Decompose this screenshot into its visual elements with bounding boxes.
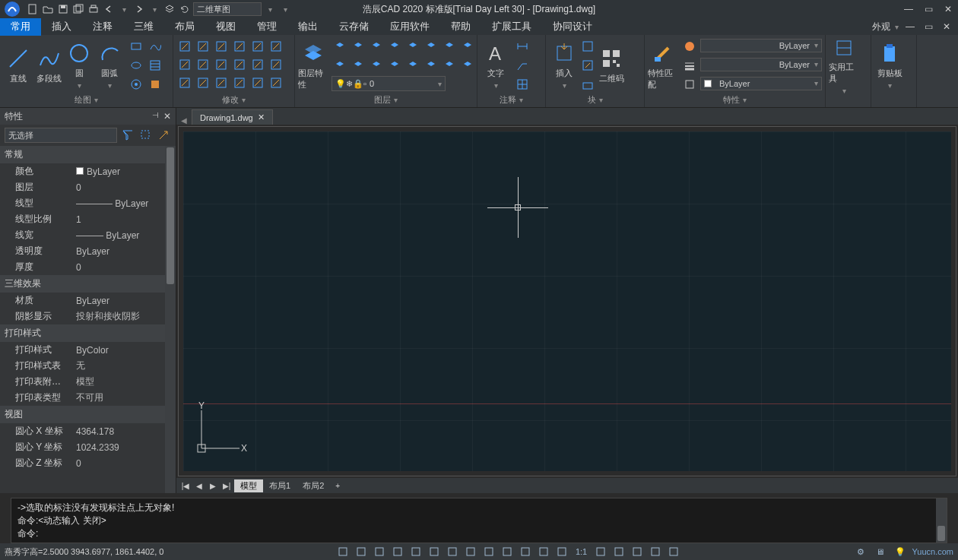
insert-button[interactable]: 插入▾ (549, 38, 579, 93)
status-polar-icon[interactable] (390, 545, 405, 558)
status-anno-icon[interactable]: 1:1 (573, 545, 590, 558)
doc-restore-button[interactable]: ▭ (922, 20, 935, 33)
layer-properties-button[interactable]: 图层特性 (298, 38, 328, 93)
layer-tool-layer-row1-6[interactable] (441, 38, 458, 55)
status-grid-icon[interactable] (335, 545, 351, 558)
layer-tool-layer-row1-4[interactable] (404, 38, 421, 55)
props-row[interactable]: 圆心 Y 坐标1024.2339 (0, 439, 176, 455)
undo-dropdown-icon[interactable]: ▾ (117, 2, 131, 16)
scale-icon[interactable] (249, 38, 266, 55)
workspace-input[interactable] (193, 2, 262, 16)
props-row[interactable]: 阴影显示投射和接收阴影 (0, 308, 176, 324)
explode-icon[interactable] (195, 74, 211, 91)
join-icon[interactable] (213, 74, 230, 91)
status-qp-icon[interactable] (518, 545, 533, 558)
status-osnap-icon[interactable] (408, 545, 423, 558)
status-a2-icon[interactable] (611, 545, 627, 558)
select-icon[interactable] (138, 127, 154, 144)
props-row[interactable]: 打印样式表无 (0, 358, 176, 374)
trim-icon[interactable] (176, 56, 193, 73)
bulb-icon[interactable]: 💡 (893, 545, 908, 558)
layout-add-icon[interactable]: + (331, 479, 344, 492)
layout-tab-1[interactable]: 布局1 (263, 479, 297, 492)
props-category[interactable]: 三维效果▴ (0, 275, 176, 293)
status-tran-icon[interactable] (500, 545, 515, 558)
props-category[interactable]: 常规▴ (0, 146, 176, 163)
menu-tab-8[interactable]: 云存储 (328, 17, 379, 36)
menu-tab-7[interactable]: 输出 (287, 17, 328, 36)
qrcode-button[interactable]: 二维码 (596, 38, 627, 93)
layout-next-icon[interactable]: ▶ (207, 479, 219, 492)
layout-first-icon[interactable]: |◀ (179, 479, 192, 492)
tab-prev-icon[interactable]: ◀ (181, 116, 187, 125)
layer-tool-layer-row2-0[interactable] (331, 57, 348, 74)
leader-icon[interactable] (514, 57, 531, 74)
layer-tool-layer-row2-3[interactable] (386, 57, 403, 74)
quickselect-icon[interactable] (120, 127, 135, 144)
arc-button[interactable]: 圆弧▾ (94, 38, 125, 93)
ellipse-icon[interactable] (128, 57, 144, 74)
status-ducs-icon[interactable] (445, 545, 460, 558)
layout-tab-2[interactable]: 布局2 (297, 479, 330, 492)
props-row[interactable]: 材质ByLayer (0, 293, 176, 308)
drawing-canvas[interactable]: X Y (178, 126, 956, 476)
menu-tab-3[interactable]: 三维 (123, 17, 164, 36)
create-block-icon[interactable] (579, 38, 596, 55)
table-icon[interactable] (514, 76, 531, 93)
status-a4-icon[interactable] (648, 545, 663, 558)
pin-icon[interactable]: ⊣ (152, 111, 159, 122)
props-row[interactable]: 圆心 Z 坐标0 (0, 455, 176, 471)
edit-block-icon[interactable] (579, 57, 596, 74)
attr-icon[interactable] (579, 76, 596, 93)
props-row[interactable]: 圆心 X 坐标4364.178 (0, 423, 176, 439)
match-props-button[interactable]: 特性匹配 (648, 38, 678, 93)
status-a5-icon[interactable] (666, 545, 681, 558)
utils-button[interactable]: 实用工具▾ (829, 38, 859, 93)
props-row[interactable]: 图层0 (0, 179, 176, 195)
menu-tab-5[interactable]: 视图 (205, 17, 246, 36)
menu-tab-2[interactable]: 注释 (82, 17, 123, 36)
status-lwt-icon[interactable] (481, 545, 496, 558)
copy-icon[interactable] (195, 38, 211, 55)
rotate-icon[interactable] (213, 38, 230, 55)
menu-tab-11[interactable]: 扩展工具 (481, 17, 542, 36)
chamfer-icon[interactable] (231, 56, 248, 73)
new-icon[interactable] (26, 2, 40, 16)
region-icon[interactable] (147, 76, 163, 93)
layer-combo[interactable]: 💡❄🔒▫ 0▾ (331, 76, 446, 91)
props-category[interactable]: 打印样式▴ (0, 324, 176, 342)
props-scrollbar[interactable] (165, 146, 176, 493)
props-row[interactable]: 线宽——— ByLayer (0, 227, 176, 243)
layer-tool-layer-row1-1[interactable] (350, 38, 366, 55)
layout-prev-icon[interactable]: ◀ (193, 479, 205, 492)
redo-dropdown-icon[interactable]: ▾ (148, 2, 161, 16)
print-icon[interactable] (87, 2, 100, 16)
selection-combo[interactable] (5, 128, 117, 143)
refresh-icon[interactable] (178, 2, 192, 16)
props-row[interactable]: 打印表附…模型 (0, 374, 176, 390)
status-ortho-icon[interactable] (372, 545, 387, 558)
qat-more-icon[interactable]: ▾ (278, 2, 292, 16)
lineweight-combo[interactable]: ByLayer▾ (700, 58, 822, 71)
props-row[interactable]: 打印样式ByColor (0, 342, 176, 358)
menu-tab-12[interactable]: 协同设计 (542, 17, 603, 36)
edit-icon[interactable] (268, 74, 284, 91)
array-icon[interactable] (249, 56, 266, 73)
open-icon[interactable] (41, 2, 55, 16)
document-tab[interactable]: Drawing1.dwg✕ (192, 109, 273, 125)
monitor-icon[interactable]: 🖥 (873, 545, 888, 558)
layout-last-icon[interactable]: ▶| (220, 479, 233, 492)
layer-tool-layer-row1-5[interactable] (423, 38, 439, 55)
props-row[interactable]: 线型比例1 (0, 211, 176, 227)
point-icon[interactable] (128, 76, 144, 93)
line-button[interactable]: 直线 (3, 38, 33, 93)
layer-tool-layer-row1-3[interactable] (386, 38, 403, 55)
layer-tool-layer-row1-2[interactable] (368, 38, 385, 55)
break-icon[interactable] (231, 74, 248, 91)
status-sc-icon[interactable] (536, 545, 551, 558)
layers-icon[interactable] (163, 2, 176, 16)
extend-icon[interactable] (195, 56, 211, 73)
save-icon[interactable] (56, 2, 70, 16)
doc-close-button[interactable]: ✕ (940, 20, 953, 33)
props-category[interactable]: 视图▴ (0, 406, 176, 423)
